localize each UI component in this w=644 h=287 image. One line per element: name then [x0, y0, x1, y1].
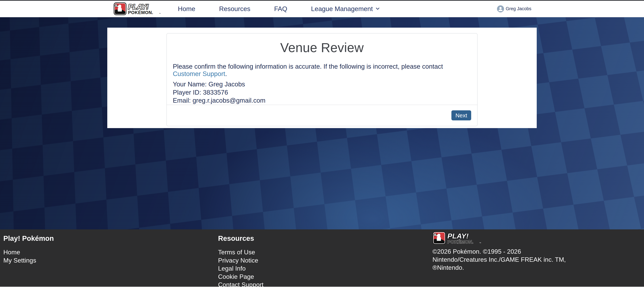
- footer-link-legal-info[interactable]: Legal Info: [218, 265, 264, 273]
- main-nav: Home Resources FAQ League Management: [178, 5, 404, 12]
- player-info-block: Your Name: Greg Jacobs Player ID: 383357…: [173, 80, 471, 105]
- confirm-text-prefix: Please confirm the following information…: [173, 63, 443, 70]
- next-button[interactable]: Next: [452, 110, 471, 120]
- footer-column-resources: Resources Terms of Use Privacy Notice Le…: [218, 235, 264, 287]
- copyright-line-3: ®Nintendo.: [432, 264, 566, 272]
- content-panel: Venue Review Please confirm the followin…: [107, 28, 537, 128]
- venue-review-card-footer: Next: [167, 105, 477, 126]
- footer-link-privacy-notice[interactable]: Privacy Notice: [218, 256, 264, 265]
- footer-logo-tm: ™: [479, 242, 481, 244]
- nav-item-home[interactable]: Home: [178, 5, 195, 12]
- footer-column-play-pokemon: Play! Pokémon Home My Settings: [3, 235, 54, 265]
- footer-link-my-settings[interactable]: My Settings: [3, 256, 54, 265]
- play-pokemon-logo-icon: PLAY! POKÉMON. ™: [114, 2, 162, 15]
- customer-support-link[interactable]: Customer Support: [173, 70, 225, 77]
- venue-review-card-body: Venue Review Please confirm the followin…: [167, 33, 477, 105]
- venue-review-card: Venue Review Please confirm the followin…: [166, 33, 478, 126]
- footer-links-resources: Terms of Use Privacy Notice Legal Info C…: [218, 248, 264, 287]
- page-footer: Play! Pokémon Home My Settings Resources…: [0, 229, 644, 287]
- footer-links-play-pokemon: Home My Settings: [3, 248, 54, 265]
- copyright-line-1: ©2026 Pokémon. ©1995 - 2026: [432, 248, 566, 256]
- player-email-line: Email: greg.r.jacobs@gmail.com: [173, 96, 471, 105]
- footer-link-home[interactable]: Home: [3, 248, 54, 256]
- confirm-message: Please confirm the following information…: [173, 63, 471, 77]
- main-content-area: Venue Review Please confirm the followin…: [0, 17, 644, 229]
- footer-play-pokemon-logo-icon: PLAY! POKÉMON. ™: [432, 231, 482, 245]
- footer-column-legal: PLAY! POKÉMON. ™ ©2026 Pokémon. ©1995 - …: [432, 231, 566, 272]
- user-avatar-icon: [497, 5, 504, 12]
- footer-link-cookie-page[interactable]: Cookie Page: [218, 273, 264, 281]
- copyright-notice: ©2026 Pokémon. ©1995 - 2026 Nintendo/Cre…: [432, 248, 566, 272]
- nav-league-management-link[interactable]: League Management: [311, 5, 373, 12]
- logo-play-text: PLAY!: [128, 3, 149, 11]
- top-navbar: PLAY! POKÉMON. ™ Home Resources FAQ Leag…: [0, 1, 644, 17]
- chevron-down-icon: [375, 6, 380, 12]
- nav-home-link[interactable]: Home: [178, 5, 195, 12]
- footer-logo-pokemon-text: POKÉMON.: [448, 239, 473, 245]
- footer-link-contact-support[interactable]: Contact Support: [218, 281, 264, 287]
- play-pokemon-logo[interactable]: PLAY! POKÉMON. ™: [114, 2, 162, 15]
- logo-tm: ™: [159, 13, 160, 14]
- player-id-line: Player ID: 3833576: [173, 88, 471, 97]
- player-name-line: Your Name: Greg Jacobs: [173, 80, 471, 88]
- user-name: Greg Jacobs: [506, 6, 531, 11]
- copyright-line-2: Nintendo/Creatures Inc./GAME FREAK inc. …: [432, 256, 566, 264]
- nav-item-faq[interactable]: FAQ: [274, 5, 287, 12]
- user-menu[interactable]: Greg Jacobs: [497, 5, 531, 12]
- footer-heading-play-pokemon: Play! Pokémon: [3, 235, 54, 243]
- logo-pokemon-text: POKÉMON.: [128, 10, 153, 15]
- footer-link-terms-of-use[interactable]: Terms of Use: [218, 248, 264, 256]
- footer-logo-play-text: PLAY!: [448, 232, 469, 240]
- footer-heading-resources: Resources: [218, 235, 264, 243]
- nav-faq-link[interactable]: FAQ: [274, 5, 287, 12]
- confirm-text-suffix: .: [225, 70, 227, 77]
- nav-resources-link[interactable]: Resources: [219, 5, 250, 12]
- page-title: Venue Review: [173, 40, 471, 55]
- nav-item-resources[interactable]: Resources: [219, 5, 250, 12]
- nav-item-league-management[interactable]: League Management: [311, 5, 381, 12]
